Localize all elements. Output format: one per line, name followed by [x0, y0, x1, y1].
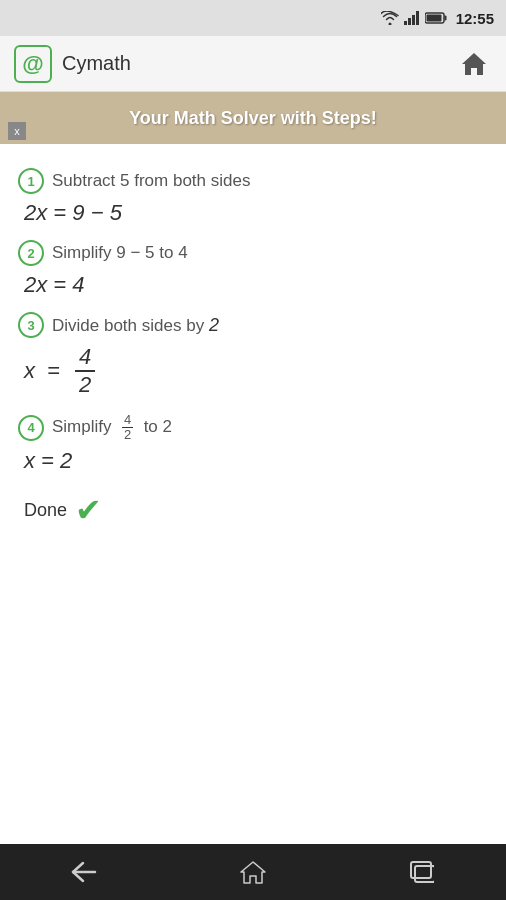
step-4: 4 Simplify 4 2 to 2 x = 2: [18, 413, 488, 475]
step-3: 3 Divide both sides by 2 x = 4 2: [18, 312, 488, 399]
svg-rect-2: [412, 15, 415, 25]
svg-rect-6: [426, 15, 441, 22]
app-bar-left: @ Cymath: [14, 45, 131, 83]
step-3-circle: 3: [18, 312, 44, 338]
home-button[interactable]: [223, 852, 283, 892]
step-1: 1 Subtract 5 from both sides 2x = 9 − 5: [18, 168, 488, 226]
step-1-math: 2x = 9 − 5: [24, 200, 488, 226]
step-2-header: 2 Simplify 9 − 5 to 4: [18, 240, 488, 266]
step-4-header: 4 Simplify 4 2 to 2: [18, 413, 488, 443]
checkmark-icon: ✔: [75, 494, 102, 526]
app-title: Cymath: [62, 52, 131, 75]
wifi-icon: [381, 11, 399, 25]
svg-marker-9: [241, 862, 265, 883]
step-2-math: 2x = 4: [24, 272, 488, 298]
step-1-description: Subtract 5 from both sides: [52, 171, 250, 191]
step-1-circle: 1: [18, 168, 44, 194]
app-bar: @ Cymath: [0, 36, 506, 92]
ad-text: Your Math Solver with Steps!: [129, 108, 377, 129]
step-4-circle: 4: [18, 415, 44, 441]
battery-icon: [425, 12, 447, 24]
step-2-circle: 2: [18, 240, 44, 266]
signal-icon: [404, 11, 420, 25]
step-1-header: 1 Subtract 5 from both sides: [18, 168, 488, 194]
step-2: 2 Simplify 9 − 5 to 4 2x = 4: [18, 240, 488, 298]
step-3-math: x = 4 2: [24, 344, 488, 399]
svg-rect-5: [444, 16, 446, 21]
status-bar: 12:55: [0, 0, 506, 36]
back-button[interactable]: [54, 852, 114, 892]
step-3-description: Divide both sides by 2: [52, 315, 219, 336]
bottom-nav-bar: [0, 844, 506, 900]
done-label: Done: [24, 500, 67, 521]
svg-rect-0: [404, 21, 407, 25]
fraction-4-over-2: 4 2: [75, 344, 95, 399]
content-area: 1 Subtract 5 from both sides 2x = 9 − 5 …: [0, 144, 506, 536]
at-icon: @: [14, 45, 52, 83]
status-icons: 12:55: [381, 10, 494, 27]
svg-rect-3: [416, 11, 419, 25]
status-time: 12:55: [456, 10, 494, 27]
done-section: Done ✔: [24, 494, 488, 526]
step-2-description: Simplify 9 − 5 to 4: [52, 243, 188, 263]
step-4-math: x = 2: [24, 448, 488, 474]
step-4-description: Simplify 4 2 to 2: [52, 413, 172, 443]
step-4-fraction: 4 2: [122, 413, 133, 443]
home-icon[interactable]: [456, 46, 492, 82]
ad-close-button[interactable]: x: [8, 122, 26, 140]
svg-marker-7: [462, 53, 486, 75]
svg-rect-1: [408, 18, 411, 25]
ad-banner: Your Math Solver with Steps! x: [0, 92, 506, 144]
recents-button[interactable]: [392, 852, 452, 892]
step-3-header: 3 Divide both sides by 2: [18, 312, 488, 338]
